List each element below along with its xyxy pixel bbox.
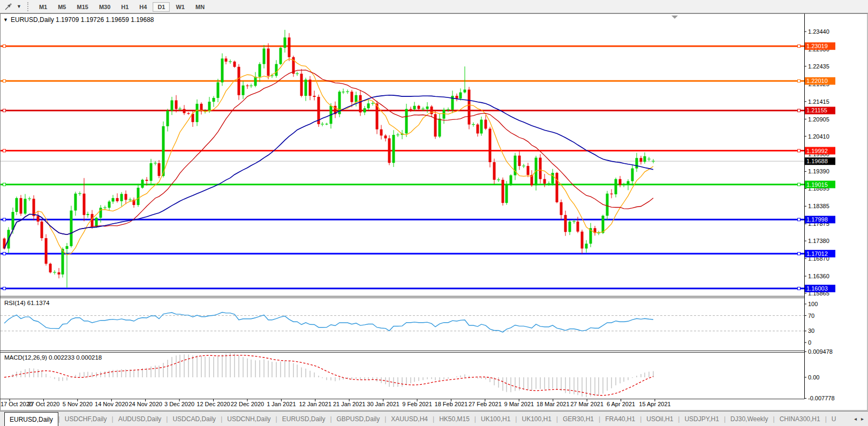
svg-text:24 Nov 2020: 24 Nov 2020 (129, 401, 162, 407)
svg-text:-0.007778: -0.007778 (808, 395, 835, 401)
svg-text:1.20410: 1.20410 (808, 133, 829, 140)
tab-CHINA300-H1[interactable]: CHINA300,H1 (775, 412, 825, 426)
svg-text:15 Apr 2021: 15 Apr 2021 (639, 401, 670, 407)
svg-text:14 Nov 2020: 14 Nov 2020 (95, 401, 128, 407)
chart-title: ▼EURUSD,Daily 1.19709 1.19726 1.19659 1.… (3, 16, 154, 24)
svg-text:18 Feb 2021: 18 Feb 2021 (435, 401, 468, 407)
line-handle (3, 252, 6, 255)
svg-text:22 Dec 2020: 22 Dec 2020 (231, 401, 264, 407)
chart-window[interactable]: ▼EURUSD,Daily 1.19709 1.19726 1.19659 1.… (0, 13, 868, 411)
crosshair-tool-glyph (4, 2, 13, 11)
symbol-tabbar: EURUSD,Daily|USDCHF,Daily|AUDUSD,Daily|U… (0, 411, 868, 426)
svg-text:12 Dec 2020: 12 Dec 2020 (197, 401, 230, 407)
tab-GER30-H1[interactable]: GER30,H1 (558, 412, 599, 426)
timeframe-button-H1[interactable]: H1 (116, 2, 133, 12)
tab-USDCAD-Daily[interactable]: USDCAD,Daily (168, 412, 221, 426)
symbol-tabs: EURUSD,Daily|USDCHF,Daily|AUDUSD,Daily|U… (4, 412, 841, 426)
line-handle (798, 183, 801, 186)
svg-text:MACD(12,26,9) 0.002233 0.00021: MACD(12,26,9) 0.002233 0.000218 (4, 354, 102, 361)
line-handle (3, 218, 6, 221)
timeframe-buttons: M1M5M15M30H1H4D1W1MN (34, 2, 210, 12)
svg-text:9 Feb 2021: 9 Feb 2021 (402, 401, 432, 407)
tab-EURUSD-Daily[interactable]: EURUSD,Daily (4, 412, 58, 426)
line-handle (798, 149, 801, 152)
tab-scroll-left-icon[interactable]: ◂ (852, 416, 859, 422)
tab-scroll-right-icon[interactable]: ▸ (859, 416, 866, 422)
svg-text:27 Oct 2020: 27 Oct 2020 (27, 401, 59, 407)
tab-XAUUSD-H4[interactable]: XAUUSD,H4 (386, 412, 433, 426)
timeframe-button-M1[interactable]: M1 (34, 2, 52, 12)
svg-text:3 Dec 2020: 3 Dec 2020 (164, 401, 194, 407)
svg-text:0: 0 (808, 339, 811, 346)
svg-text:1.23019: 1.23019 (806, 43, 828, 49)
svg-text:1.19992: 1.19992 (806, 148, 828, 154)
timeframe-button-M15[interactable]: M15 (72, 2, 93, 12)
tab-HK50-M15[interactable]: HK50,M15 (434, 412, 474, 426)
svg-text:21 Jan 2021: 21 Jan 2021 (333, 401, 366, 407)
timeframe-button-M30[interactable]: M30 (94, 2, 115, 12)
tab-U[interactable]: U (827, 412, 841, 426)
svg-text:27 Mar 2021: 27 Mar 2021 (570, 401, 603, 407)
svg-text:EURUSD,Daily 1.19709 1.19726: EURUSD,Daily 1.19709 1.19726 1.19659 1.1… (11, 16, 154, 24)
svg-text:1.19688: 1.19688 (806, 158, 828, 164)
svg-text:▼: ▼ (3, 17, 8, 22)
svg-text:30: 30 (808, 328, 814, 334)
tab-GBPUSD-Daily[interactable]: GBPUSD,Daily (332, 412, 385, 426)
line-handle (798, 287, 801, 290)
svg-text:1.17998: 1.17998 (806, 216, 828, 223)
svg-text:0.009478: 0.009478 (808, 348, 833, 355)
svg-text:1.18385: 1.18385 (808, 203, 829, 209)
tab-UK100-H1[interactable]: UK100,H1 (517, 412, 556, 426)
line-handle (798, 252, 801, 255)
tab-AUDUSD-Daily[interactable]: AUDUSD,Daily (114, 412, 167, 426)
tab-USDJPY-H1[interactable]: USDJPY,H1 (680, 412, 723, 426)
dropdown-caret-icon[interactable]: ▼ (15, 4, 23, 9)
svg-text:1.16360: 1.16360 (808, 273, 829, 279)
line-handle (798, 218, 801, 221)
svg-text:1.23440: 1.23440 (808, 28, 829, 35)
svg-text:1.21155: 1.21155 (806, 107, 827, 113)
line-handle (798, 109, 801, 112)
svg-text:6 Apr 2021: 6 Apr 2021 (607, 401, 635, 407)
svg-text:1.17012: 1.17012 (806, 250, 828, 257)
svg-text:70: 70 (808, 313, 814, 319)
line-handle (798, 80, 801, 82)
tab-USOil-H1[interactable]: USOil,H1 (641, 412, 678, 426)
svg-text:RSI(14) 61.1374: RSI(14) 61.1374 (4, 300, 50, 306)
toolbar-grip (27, 2, 31, 11)
line-handle (3, 287, 6, 290)
svg-text:1.20905: 1.20905 (808, 116, 829, 123)
svg-text:5 Nov 2020: 5 Nov 2020 (63, 401, 93, 407)
tab-EURUSD-Daily[interactable]: EURUSD,Daily (277, 412, 330, 426)
tab-DJ30-Weekly[interactable]: DJ30,Weekly (726, 412, 773, 426)
crosshair-tool-icon[interactable] (2, 1, 15, 12)
svg-text:18 Mar 2021: 18 Mar 2021 (537, 401, 570, 407)
timeframe-button-M5[interactable]: M5 (53, 2, 71, 12)
line-handle (3, 149, 6, 152)
timeframe-button-MN[interactable]: MN (191, 2, 209, 12)
tab-FRA40-H1[interactable]: FRA40,H1 (600, 412, 640, 426)
svg-text:27 Feb 2021: 27 Feb 2021 (469, 401, 502, 407)
svg-text:1.19015: 1.19015 (806, 181, 828, 188)
svg-text:1.21415: 1.21415 (808, 98, 829, 105)
svg-text:1.17380: 1.17380 (808, 238, 829, 244)
line-handle (798, 45, 801, 48)
svg-text:30 Jan 2021: 30 Jan 2021 (367, 401, 399, 407)
svg-text:100: 100 (808, 301, 818, 307)
timeframe-button-H4[interactable]: H4 (134, 2, 152, 12)
timeframe-button-D1[interactable]: D1 (153, 2, 170, 12)
svg-text:1.16003: 1.16003 (806, 285, 828, 292)
svg-text:9 Mar 2021: 9 Mar 2021 (504, 401, 534, 407)
svg-text:12 Jan 2021: 12 Jan 2021 (299, 401, 331, 407)
tab-UK100-H1[interactable]: UK100,H1 (476, 412, 515, 426)
current-price-label: 1.19688 (805, 157, 835, 165)
svg-text:1.19390: 1.19390 (808, 168, 829, 174)
tab-scroll-buttons: ◂ ▸ (852, 412, 868, 426)
line-handle (3, 80, 6, 82)
line-handle (3, 183, 6, 186)
tab-USDCNH-Daily[interactable]: USDCNH,Daily (222, 412, 275, 426)
tab-USDCHF-Daily[interactable]: USDCHF,Daily (60, 412, 112, 426)
timeframe-button-W1[interactable]: W1 (171, 2, 190, 12)
line-handle (3, 45, 6, 48)
svg-text:1.22435: 1.22435 (808, 63, 829, 70)
